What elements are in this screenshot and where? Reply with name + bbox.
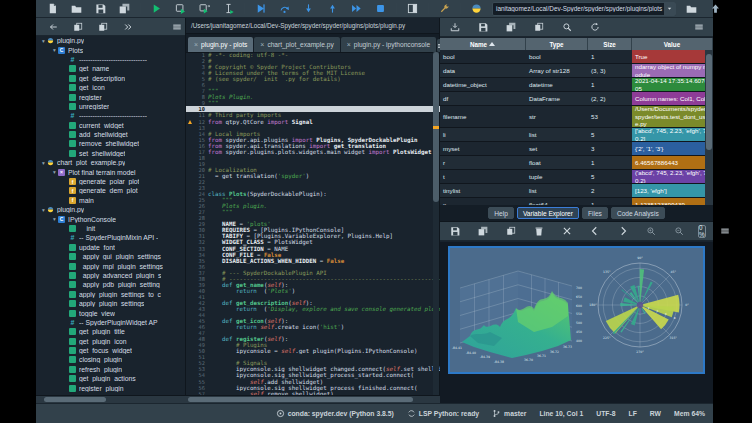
zoom-out-icon[interactable] bbox=[670, 224, 687, 238]
run-cell-advance-icon[interactable] bbox=[196, 2, 213, 16]
zoom-in-icon[interactable] bbox=[642, 224, 659, 238]
step-out-icon[interactable] bbox=[324, 2, 341, 16]
variable-row-tinylist[interactable]: tinylistlist2[123, 'efgh'] bbox=[440, 184, 713, 198]
variable-row-filename[interactable]: filenamestr53/Users/Documents/spyder/spy… bbox=[440, 106, 713, 128]
outline-item-_apply_advanced_plugin_s[interactable]: _apply_advanced_plugin_s bbox=[36, 271, 186, 280]
expander-icon[interactable]: ▾ bbox=[40, 38, 47, 44]
outline-item-plot-final-terrain-model[interactable]: ▾×Plot final terrain model bbox=[36, 167, 186, 176]
outline-item-register[interactable]: register bbox=[36, 92, 186, 101]
stop-icon[interactable] bbox=[372, 2, 389, 16]
status-utf-8[interactable]: UTF-8 bbox=[596, 410, 615, 417]
chevrons-icon[interactable] bbox=[119, 20, 136, 34]
outline-item--[interactable]: #------------------------------ bbox=[36, 55, 186, 64]
outline-item-ipythonconsole[interactable]: ▾CIPythonConsole bbox=[36, 214, 186, 223]
python-logo-icon[interactable] bbox=[468, 2, 485, 16]
editor-tab-plugin-py-ipythonconsole[interactable]: ×plugin.py - ipythonconsole bbox=[341, 37, 436, 52]
status-lsp-python[interactable]: LSP Python: ready bbox=[407, 409, 479, 418]
import-data-icon[interactable] bbox=[446, 20, 463, 34]
variable-row-li[interactable]: lilist5['abcd', 745, 2.23, 'efgh', 70.2] bbox=[440, 128, 713, 142]
new-file-icon[interactable] bbox=[44, 2, 61, 16]
copy-plot-icon[interactable] bbox=[502, 224, 519, 238]
variable-vscrollbar[interactable] bbox=[705, 50, 713, 205]
editor-hscrollbar-thumb[interactable] bbox=[188, 397, 413, 402]
previous-plot-icon[interactable] bbox=[586, 224, 603, 238]
outline-item-_apply_pdb_plugin_setting[interactable]: _apply_pdb_plugin_setting bbox=[36, 280, 186, 289]
options-menu-icon[interactable] bbox=[717, 224, 734, 238]
close-plot-icon[interactable] bbox=[558, 224, 575, 238]
open-folder-icon[interactable] bbox=[68, 2, 85, 16]
dock-tab-code-analysis[interactable]: Code Analysis bbox=[611, 207, 665, 219]
status-lf[interactable]: LF bbox=[629, 410, 637, 417]
variable-row-datetime_object[interactable]: datetime_objectdatetime12021-04-14 17:35… bbox=[440, 78, 713, 92]
preferences-wrench-icon[interactable] bbox=[436, 2, 453, 16]
outline-item--spyderpluginmixin-api-[interactable]: #-- SpyderPluginMixin API - bbox=[36, 233, 186, 242]
outline-item-get_plugin_icon[interactable]: get_plugin_icon bbox=[36, 337, 186, 346]
editor-tab-chart-plot-example-py[interactable]: ×chart_plot_example.py bbox=[254, 37, 339, 52]
code-editor[interactable]: 1# -*- coding: utf-8 -*-2#3# Copyright ©… bbox=[186, 52, 440, 414]
outline-hscrollbar[interactable] bbox=[36, 395, 186, 403]
outline-item-generate_polar_plot[interactable]: fgenerate_polar_plot bbox=[36, 177, 186, 186]
variable-row-bool[interactable]: boolbool1True bbox=[440, 50, 713, 64]
save-plot-icon[interactable] bbox=[446, 224, 463, 238]
outline-item-get_focus_widget[interactable]: get_focus_widget bbox=[36, 346, 186, 355]
editor-tab-plugin-py-plots[interactable]: ×plugin.py - plots bbox=[188, 37, 253, 52]
continue-icon[interactable] bbox=[348, 2, 365, 16]
outline-item--[interactable]: #------------------------------ bbox=[36, 111, 186, 120]
working-directory-combo[interactable]: ianitagomez/Local/Dev-Spyder/spyder/spyd… bbox=[492, 2, 676, 16]
outline-item-_apply_mpl_plugin_settings[interactable]: _apply_mpl_plugin_settings bbox=[36, 261, 186, 270]
variable-row-r[interactable]: rfloat16.46567886443 bbox=[440, 156, 713, 170]
zoom-level-box[interactable]: 0 % bbox=[698, 225, 706, 238]
editor-vscrollbar[interactable] bbox=[433, 52, 439, 414]
dock-tab-files[interactable]: Files bbox=[582, 207, 608, 219]
close-icon[interactable]: × bbox=[194, 41, 198, 48]
expander-icon[interactable]: ▾ bbox=[51, 169, 58, 175]
search-icon[interactable] bbox=[558, 20, 575, 34]
column-header-size[interactable]: Size bbox=[588, 38, 632, 50]
save-all-icon[interactable] bbox=[116, 2, 133, 16]
outline-item-plots[interactable]: ▾CPlots bbox=[36, 45, 186, 54]
outline-item-_apply_gui_plugin_settings[interactable]: _apply_gui_plugin_settings bbox=[36, 252, 186, 261]
copy-icon[interactable] bbox=[69, 20, 86, 34]
paste-data-icon[interactable] bbox=[530, 20, 547, 34]
save-data-as-icon[interactable] bbox=[502, 20, 519, 34]
column-header-type[interactable]: Type bbox=[526, 38, 588, 50]
options-menu-icon[interactable] bbox=[168, 20, 185, 34]
copy-icon[interactable] bbox=[94, 20, 111, 34]
save-data-icon[interactable] bbox=[474, 20, 491, 34]
step-over-icon[interactable] bbox=[276, 2, 293, 16]
run-selection-icon[interactable] bbox=[220, 2, 237, 16]
next-plot-icon[interactable] bbox=[614, 224, 631, 238]
outline-item-add_shellwidget[interactable]: add_shellwidget bbox=[36, 130, 186, 139]
outline-item-generate_dem_plot[interactable]: fgenerate_dem_plot bbox=[36, 186, 186, 195]
expander-icon[interactable]: ▾ bbox=[51, 47, 58, 53]
outline-item-__init__[interactable]: __init__ bbox=[36, 224, 186, 233]
outline-item-apply_plugin_settings[interactable]: apply_plugin_settings bbox=[36, 299, 186, 308]
outline-item-refresh_plugin[interactable]: refresh_plugin bbox=[36, 365, 186, 374]
outline-item--spyderpluginwidget-ap[interactable]: #-- SpyderPluginWidget AP bbox=[36, 318, 186, 327]
outline-item-get_plugin_actions[interactable]: get_plugin_actions bbox=[36, 374, 186, 383]
outline-item-get_plugin_title[interactable]: get_plugin_title bbox=[36, 327, 186, 336]
status-conda[interactable]: conda: spyder.dev (Python 3.8.5) bbox=[276, 409, 394, 418]
run-icon[interactable] bbox=[148, 2, 165, 16]
status-rw[interactable]: RW bbox=[650, 410, 661, 417]
variable-row-x[interactable]: xfloat6411.1235123899439 bbox=[440, 198, 713, 205]
close-icon[interactable]: × bbox=[347, 41, 351, 48]
status-line-10-col-1[interactable]: Line 10, Col 1 bbox=[539, 410, 583, 417]
status-mem-64-[interactable]: Mem 64% bbox=[674, 410, 705, 417]
close-icon[interactable]: × bbox=[260, 41, 264, 48]
outline-item-plugin-py[interactable]: ▾plugin.py bbox=[36, 205, 186, 214]
outline-item-get_name[interactable]: get_name bbox=[36, 64, 186, 73]
outline-item-register_plugin[interactable]: register_plugin bbox=[36, 383, 186, 392]
expander-icon[interactable]: ▾ bbox=[51, 216, 58, 222]
chevron-down-icon[interactable] bbox=[664, 3, 675, 15]
variable-row-myset[interactable]: mysetset3{'2', '1', '3'} bbox=[440, 142, 713, 156]
outline-item-closing_plugin[interactable]: closing_plugin bbox=[36, 355, 186, 364]
refresh-icon[interactable] bbox=[586, 20, 603, 34]
expander-icon[interactable]: ▾ bbox=[40, 160, 47, 166]
outline-item-apply_plugin_settings_to_c[interactable]: apply_plugin_settings_to_c bbox=[36, 290, 186, 299]
step-into-icon[interactable] bbox=[300, 2, 317, 16]
outline-tree[interactable]: ▾plugin.py▾CPlots#----------------------… bbox=[36, 36, 186, 405]
expander-icon[interactable]: ▾ bbox=[40, 207, 47, 213]
status-master[interactable]: master bbox=[492, 409, 526, 418]
run-cell-icon[interactable] bbox=[172, 2, 189, 16]
